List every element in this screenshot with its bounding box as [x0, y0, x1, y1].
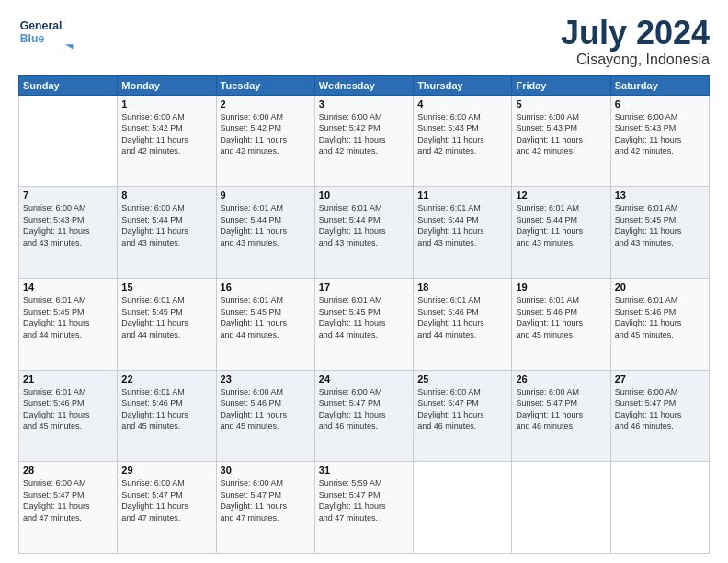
svg-text:General: General — [20, 19, 63, 32]
day-number: 17 — [319, 282, 409, 293]
day-number: 3 — [319, 98, 409, 109]
day-number: 28 — [23, 465, 113, 476]
day-info: Sunrise: 6:01 AMSunset: 5:46 PMDaylight:… — [417, 294, 507, 340]
header-thursday: Thursday — [414, 75, 512, 95]
weekday-row: Sunday Monday Tuesday Wednesday Thursday… — [19, 75, 710, 95]
day-number: 13 — [615, 190, 705, 201]
calendar-cell: 28Sunrise: 6:00 AMSunset: 5:47 PMDayligh… — [19, 462, 118, 554]
day-info: Sunrise: 6:00 AMSunset: 5:43 PMDaylight:… — [516, 111, 606, 157]
calendar-cell: 25Sunrise: 6:00 AMSunset: 5:47 PMDayligh… — [414, 370, 512, 462]
day-number: 11 — [417, 190, 507, 201]
calendar-cell: 5Sunrise: 6:00 AMSunset: 5:43 PMDaylight… — [512, 95, 610, 187]
day-info: Sunrise: 6:00 AMSunset: 5:47 PMDaylight:… — [121, 477, 211, 523]
header-friday: Friday — [512, 75, 610, 95]
day-info: Sunrise: 6:01 AMSunset: 5:46 PMDaylight:… — [615, 294, 705, 340]
calendar-cell: 18Sunrise: 6:01 AMSunset: 5:46 PMDayligh… — [414, 278, 512, 370]
header-saturday: Saturday — [610, 75, 709, 95]
calendar-cell — [610, 462, 709, 554]
calendar-week-5: 28Sunrise: 6:00 AMSunset: 5:47 PMDayligh… — [19, 462, 710, 554]
calendar-week-1: 1Sunrise: 6:00 AMSunset: 5:42 PMDaylight… — [19, 95, 710, 187]
calendar-cell: 27Sunrise: 6:00 AMSunset: 5:47 PMDayligh… — [610, 370, 709, 462]
calendar-cell: 30Sunrise: 6:00 AMSunset: 5:47 PMDayligh… — [216, 462, 314, 554]
day-number: 18 — [417, 282, 507, 293]
day-info: Sunrise: 6:00 AMSunset: 5:42 PMDaylight:… — [221, 111, 311, 157]
calendar-cell: 8Sunrise: 6:00 AMSunset: 5:44 PMDaylight… — [118, 187, 216, 279]
svg-marker-2 — [65, 44, 74, 49]
day-number: 27 — [615, 373, 705, 385]
day-info: Sunrise: 6:01 AMSunset: 5:44 PMDaylight:… — [516, 202, 606, 248]
calendar-week-2: 7Sunrise: 6:00 AMSunset: 5:43 PMDaylight… — [19, 187, 710, 279]
header: General Blue July 2024 Cisayong, Indones… — [18, 15, 710, 68]
title-block: July 2024 Cisayong, Indonesia — [561, 15, 710, 68]
calendar-cell: 12Sunrise: 6:01 AMSunset: 5:44 PMDayligh… — [512, 187, 610, 279]
day-number: 31 — [319, 465, 409, 476]
calendar-body: 1Sunrise: 6:00 AMSunset: 5:42 PMDaylight… — [19, 95, 710, 553]
location-title: Cisayong, Indonesia — [561, 52, 710, 68]
calendar-cell: 1Sunrise: 6:00 AMSunset: 5:42 PMDaylight… — [118, 95, 216, 187]
day-info: Sunrise: 6:00 AMSunset: 5:47 PMDaylight:… — [23, 477, 113, 523]
header-tuesday: Tuesday — [216, 75, 314, 95]
day-info: Sunrise: 6:01 AMSunset: 5:45 PMDaylight:… — [23, 294, 113, 340]
calendar-cell: 19Sunrise: 6:01 AMSunset: 5:46 PMDayligh… — [512, 278, 610, 370]
calendar-cell: 11Sunrise: 6:01 AMSunset: 5:44 PMDayligh… — [414, 187, 512, 279]
day-number: 9 — [221, 190, 311, 201]
day-number: 26 — [516, 373, 606, 385]
calendar-cell: 7Sunrise: 6:00 AMSunset: 5:43 PMDaylight… — [19, 187, 118, 279]
day-info: Sunrise: 6:01 AMSunset: 5:46 PMDaylight:… — [23, 386, 113, 432]
calendar-cell: 4Sunrise: 6:00 AMSunset: 5:43 PMDaylight… — [414, 95, 512, 187]
day-number: 10 — [319, 190, 409, 201]
page: General Blue July 2024 Cisayong, Indones… — [0, 0, 728, 563]
day-info: Sunrise: 6:01 AMSunset: 5:45 PMDaylight:… — [121, 294, 211, 340]
calendar-cell — [414, 462, 512, 554]
day-info: Sunrise: 6:00 AMSunset: 5:47 PMDaylight:… — [221, 477, 311, 523]
day-number: 25 — [417, 373, 507, 385]
calendar-week-4: 21Sunrise: 6:01 AMSunset: 5:46 PMDayligh… — [19, 370, 710, 462]
day-number: 12 — [516, 190, 606, 201]
day-info: Sunrise: 5:59 AMSunset: 5:47 PMDaylight:… — [319, 477, 409, 523]
calendar-cell: 22Sunrise: 6:01 AMSunset: 5:46 PMDayligh… — [118, 370, 216, 462]
calendar-table: Sunday Monday Tuesday Wednesday Thursday… — [18, 75, 710, 554]
logo: General Blue — [18, 15, 83, 50]
day-number: 6 — [615, 98, 705, 109]
calendar-cell — [512, 462, 610, 554]
day-info: Sunrise: 6:00 AMSunset: 5:47 PMDaylight:… — [319, 386, 409, 432]
calendar-cell: 29Sunrise: 6:00 AMSunset: 5:47 PMDayligh… — [118, 462, 216, 554]
header-wednesday: Wednesday — [314, 75, 413, 95]
day-info: Sunrise: 6:00 AMSunset: 5:47 PMDaylight:… — [417, 386, 507, 432]
day-info: Sunrise: 6:01 AMSunset: 5:45 PMDaylight:… — [319, 294, 409, 340]
calendar-cell: 17Sunrise: 6:01 AMSunset: 5:45 PMDayligh… — [314, 278, 413, 370]
calendar-cell: 14Sunrise: 6:01 AMSunset: 5:45 PMDayligh… — [19, 278, 118, 370]
day-info: Sunrise: 6:00 AMSunset: 5:42 PMDaylight:… — [319, 111, 409, 157]
day-info: Sunrise: 6:00 AMSunset: 5:47 PMDaylight:… — [615, 386, 705, 432]
calendar-header: Sunday Monday Tuesday Wednesday Thursday… — [19, 75, 710, 95]
calendar-cell: 13Sunrise: 6:01 AMSunset: 5:45 PMDayligh… — [610, 187, 709, 279]
day-number: 30 — [221, 465, 311, 476]
day-number: 21 — [23, 373, 113, 385]
calendar-cell: 9Sunrise: 6:01 AMSunset: 5:44 PMDaylight… — [216, 187, 314, 279]
day-info: Sunrise: 6:01 AMSunset: 5:45 PMDaylight:… — [221, 294, 311, 340]
calendar-cell: 31Sunrise: 5:59 AMSunset: 5:47 PMDayligh… — [314, 462, 413, 554]
day-info: Sunrise: 6:00 AMSunset: 5:44 PMDaylight:… — [121, 202, 211, 248]
calendar-cell: 10Sunrise: 6:01 AMSunset: 5:44 PMDayligh… — [314, 187, 413, 279]
day-info: Sunrise: 6:01 AMSunset: 5:44 PMDaylight:… — [319, 202, 409, 248]
day-info: Sunrise: 6:01 AMSunset: 5:46 PMDaylight:… — [121, 386, 211, 432]
day-number: 4 — [417, 98, 507, 109]
calendar-cell: 24Sunrise: 6:00 AMSunset: 5:47 PMDayligh… — [314, 370, 413, 462]
day-number: 20 — [615, 282, 705, 293]
calendar-cell: 2Sunrise: 6:00 AMSunset: 5:42 PMDaylight… — [216, 95, 314, 187]
day-number: 16 — [221, 282, 311, 293]
day-info: Sunrise: 6:00 AMSunset: 5:43 PMDaylight:… — [615, 111, 705, 157]
day-info: Sunrise: 6:00 AMSunset: 5:43 PMDaylight:… — [417, 111, 507, 157]
day-info: Sunrise: 6:01 AMSunset: 5:44 PMDaylight:… — [221, 202, 311, 248]
header-sunday: Sunday — [19, 75, 118, 95]
day-number: 15 — [121, 282, 211, 293]
day-number: 8 — [121, 190, 211, 201]
calendar-cell: 26Sunrise: 6:00 AMSunset: 5:47 PMDayligh… — [512, 370, 610, 462]
day-number: 22 — [121, 373, 211, 385]
header-monday: Monday — [118, 75, 216, 95]
calendar-cell: 15Sunrise: 6:01 AMSunset: 5:45 PMDayligh… — [118, 278, 216, 370]
day-number: 7 — [23, 190, 113, 201]
day-number: 24 — [319, 373, 409, 385]
day-info: Sunrise: 6:00 AMSunset: 5:47 PMDaylight:… — [516, 386, 606, 432]
day-number: 19 — [516, 282, 606, 293]
